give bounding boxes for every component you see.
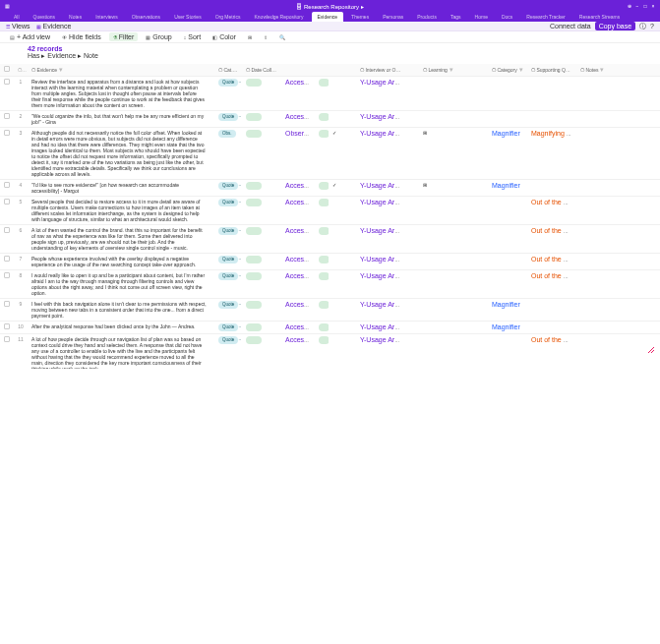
table-row[interactable]: 8I would really like to open it up and b…	[0, 270, 660, 299]
tab-docs[interactable]: Docs	[496, 12, 518, 22]
tab-user-stories[interactable]: User Stories	[168, 12, 208, 22]
share-button[interactable]: ⇪	[260, 33, 271, 41]
link-cell[interactable]: Accessibility-Sensitive	[285, 323, 315, 330]
interview-link[interactable]: Y-Usage Area Testing Direct	[360, 113, 405, 120]
row-checkbox[interactable]	[4, 227, 10, 233]
window-title[interactable]: 🗄 Research Repository ▸	[296, 3, 363, 10]
table-row[interactable]: 5Several people that decided to restore …	[0, 197, 660, 225]
hide-fields-button[interactable]: 👁 Hide fields	[58, 32, 105, 41]
row-checkbox[interactable]	[4, 336, 10, 342]
app-menu-icon[interactable]: ▦	[4, 3, 10, 9]
connect-data[interactable]: Connect data	[550, 23, 591, 29]
table-row[interactable]: 6A lot of them wanted the control the br…	[0, 225, 660, 254]
col-header[interactable]	[315, 64, 329, 77]
row-checkbox[interactable]	[4, 182, 10, 188]
interview-link[interactable]: Y-Usage Area Testing Direct	[360, 79, 405, 86]
tab-notes[interactable]: Notes	[63, 12, 88, 22]
col-header[interactable]: ⎔ Evidence▾	[28, 64, 214, 77]
row-checkbox[interactable]	[4, 272, 10, 278]
interview-link[interactable]: Y-Usage Area Testing Direct	[360, 182, 405, 189]
interview-link[interactable]: Y-Usage Area Testing Direct	[360, 272, 405, 279]
col-header[interactable]: ⎔ Supporting Quotes▾	[527, 64, 576, 77]
interview-link[interactable]: Y-Usage Area Testing Direct	[360, 323, 405, 330]
minimize-icon[interactable]: −	[634, 3, 640, 9]
tab-org-metrics[interactable]: Org Metrics	[210, 12, 247, 22]
tab-knowledge-repository[interactable]: Knowledge Repository	[248, 12, 309, 22]
tab-observations[interactable]: Observations	[126, 12, 166, 22]
col-header[interactable]: ⎔ Learning▾	[419, 64, 458, 77]
group-button[interactable]: ▦ Group	[142, 32, 175, 41]
tab-interviews[interactable]: Interviews	[90, 12, 124, 22]
copy-base[interactable]: Copy base	[595, 22, 635, 30]
link-cell[interactable]: Accessibility-Sensitive	[285, 79, 315, 86]
table-row[interactable]: 9I feel with this back navigation alone …	[0, 299, 660, 322]
link-cell[interactable]: Accessibility-Sensitive	[285, 227, 315, 234]
link-cell[interactable]: Accessibility-Sensitive	[285, 199, 315, 205]
maximize-icon[interactable]: □	[642, 3, 648, 9]
info-icon[interactable]: ⓘ	[639, 22, 646, 31]
table-row[interactable]: 7People whose experience involved with t…	[0, 254, 660, 270]
tab-research-tracker[interactable]: Research Tracker	[520, 12, 570, 22]
tab-research-streams[interactable]: Research Streams	[573, 12, 626, 22]
interview-link[interactable]: Y-Usage Area Testing Direct	[360, 301, 405, 308]
col-header[interactable]: ⎔ Category▾	[488, 64, 527, 77]
add-view-button[interactable]: ▤ + Add view	[6, 32, 54, 41]
link-cell[interactable]: Accessibility-Sensitive	[285, 336, 315, 343]
col-header[interactable]	[281, 64, 315, 77]
help-icon[interactable]: ?	[650, 23, 654, 29]
tab-tags[interactable]: Tags	[445, 12, 467, 22]
row-checkbox[interactable]	[4, 79, 10, 85]
resize-handle-icon[interactable]	[646, 345, 656, 355]
interview-link[interactable]: Y-Usage Area Testing Direct	[360, 336, 405, 343]
row-checkbox[interactable]	[4, 130, 10, 136]
col-header[interactable]: ⎔ Cat.▾	[214, 64, 242, 77]
views-menu[interactable]: ☰ Views	[6, 23, 30, 29]
close-icon[interactable]: ×	[650, 3, 656, 9]
link-cell[interactable]: Accessibility-Sensitive	[285, 113, 315, 120]
interview-link[interactable]: Y-Usage Area Testing Direct	[360, 130, 405, 137]
table-row[interactable]: 1Review the interface and apparatus from…	[0, 77, 660, 111]
table-row[interactable]: 4"I'd like to see more evidence!" [on ho…	[0, 180, 660, 197]
current-view[interactable]: ▦ Evidence	[36, 23, 72, 29]
col-header[interactable]	[0, 64, 14, 77]
interview-link[interactable]: Y-Usage Area Testing Direct	[360, 256, 405, 263]
link-cell[interactable]: Accessibility-Sensitive	[285, 256, 315, 263]
notification-icon[interactable]: ⊕	[627, 3, 632, 9]
tab-evidence[interactable]: Evidence	[312, 12, 344, 22]
col-header[interactable]: ⎔ Interview or Observation▾	[356, 64, 405, 77]
row-height-button[interactable]: ⊞	[244, 33, 256, 41]
link-cell[interactable]: Accessibility-Sensitive	[285, 272, 315, 279]
link-cell[interactable]: Accessibility-Sensitive	[285, 301, 315, 308]
table-row[interactable]: 3Although people did not necessarily not…	[0, 128, 660, 180]
select-all-checkbox[interactable]	[4, 66, 10, 72]
tab-themes[interactable]: Themes	[345, 12, 375, 22]
tab-all[interactable]: All	[8, 12, 26, 22]
interview-link[interactable]: Y-Usage Area Testing Direct	[360, 199, 405, 205]
col-header[interactable]	[329, 64, 342, 77]
tab-questions[interactable]: Questions	[28, 12, 62, 22]
col-header[interactable]	[458, 64, 488, 77]
row-checkbox[interactable]	[4, 113, 10, 119]
interview-link[interactable]: Y-Usage Area Testing Direct	[360, 227, 405, 234]
link-cell[interactable]: Accessibility-Sensitive	[285, 182, 315, 189]
row-checkbox[interactable]	[4, 323, 10, 329]
table-row[interactable]: 10After the analytical response had been…	[0, 322, 660, 334]
table-scroll[interactable]: ⎔ #▾⎔ Evidence▾⎔ Cat.▾⎔ Date Collected▾⎔…	[0, 64, 660, 369]
row-checkbox[interactable]	[4, 256, 10, 262]
table-row[interactable]: 11A lot of how people decide through our…	[0, 334, 660, 370]
tab-home[interactable]: Home	[469, 12, 494, 22]
search-button[interactable]: 🔍	[275, 33, 289, 41]
tab-products[interactable]: Products	[411, 12, 443, 22]
col-header[interactable]: ⎔ Date Collected▾	[242, 64, 281, 77]
col-header[interactable]	[405, 64, 419, 77]
color-button[interactable]: ◧ Color	[209, 32, 240, 41]
col-header[interactable]: ⎔ #▾	[14, 64, 28, 77]
filter-button[interactable]: ⚗ Filter	[109, 32, 139, 41]
link-cell[interactable]: Observation ⊞ Usability Sessions	[285, 130, 315, 137]
tab-personas[interactable]: Personas	[377, 12, 409, 22]
sort-button[interactable]: ↕ Sort	[180, 32, 205, 41]
row-checkbox[interactable]	[4, 301, 10, 307]
table-row[interactable]: 2"We could organize the info, but that w…	[0, 111, 660, 128]
col-header[interactable]: ⎔ Notes▾	[576, 64, 660, 77]
row-checkbox[interactable]	[4, 199, 10, 205]
